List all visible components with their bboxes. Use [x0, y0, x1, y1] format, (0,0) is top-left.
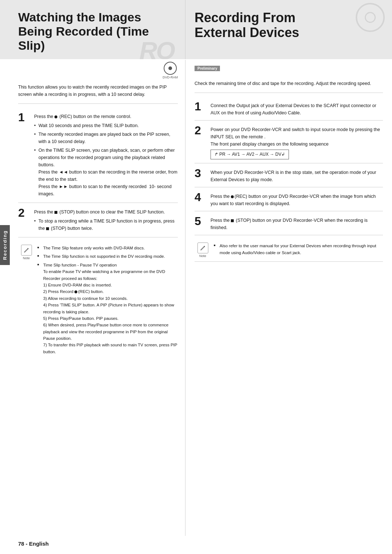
page-footer: 78 - English [18, 541, 49, 547]
left-note-section: Note The Time Slip feature only works wi… [18, 241, 178, 360]
left-step-2: 2 Press the (STOP) button once to clear … [18, 205, 178, 237]
dvd-ram-label: DVD-RAM [163, 76, 178, 79]
dvd-circle [164, 62, 177, 75]
left-watermark: RO [139, 36, 174, 59]
note-label-right: Note [199, 254, 206, 258]
right-notes-list: Also refer to the user manual for your E… [214, 243, 383, 256]
stop-icon-right [231, 219, 234, 222]
pencil-svg-right [200, 245, 206, 251]
main-content: DVD-RAM This function allows you to watc… [0, 60, 392, 536]
preliminary-badge-wrap: Preliminary [195, 65, 383, 76]
right-step-number-1: 1 [195, 101, 206, 112]
right-step-2-text: Power on your DVD Recorder-VCR and switc… [211, 127, 380, 147]
left-title-line2: Being Recorded (Time Slip) [18, 24, 149, 52]
left-intro: This function allows you to watch the re… [18, 83, 178, 98]
right-header: Recording From External Devices [185, 0, 392, 59]
right-step-4-text: Press the (REC) button on your DVD Recor… [211, 194, 376, 206]
right-title-line1: Recording From [195, 10, 295, 25]
sequence-box: ↱ PR → AV1 → AV2→ AUX → DV↲ [211, 150, 289, 159]
right-step-5-text: Press the (STOP) button on your DVD Reco… [211, 218, 368, 230]
left-notes-list: The Time Slip feature only works with DV… [37, 245, 178, 355]
right-step-5-content: Press the (STOP) button on your DVD Reco… [211, 217, 383, 231]
pencil-icon-right [197, 243, 208, 253]
left-note-2: The Time Slip function is not supported … [37, 253, 178, 260]
rec-bullet [54, 115, 57, 118]
step-1-content: Press the (REC) button on the remote con… [34, 113, 178, 199]
left-column: DVD-RAM This function allows you to watc… [0, 60, 185, 536]
dvd-ram-icon: DVD-RAM [163, 62, 178, 79]
right-intro: Check the remaining time of disc and tap… [195, 80, 383, 87]
rec-bullet-2 [74, 290, 77, 293]
step-1-text: Press the (REC) button on the remote con… [34, 114, 131, 119]
right-step-5: 5 Press the (STOP) button on your DVD Re… [195, 213, 383, 235]
note-icon-left: Note [18, 245, 34, 260]
right-column: Preliminary Check the remaining time of … [185, 60, 392, 536]
right-step-2: 2 Power on your DVD Recorder-VCR and swi… [195, 122, 383, 163]
headers-row: Watching the Images Being Recorded (Time… [0, 0, 392, 59]
right-step-2-content: Power on your DVD Recorder-VCR and switc… [211, 126, 383, 159]
left-title-line1: Watching the Images [18, 10, 141, 24]
divider-right-intro [195, 93, 383, 93]
step-2-bullet-1: To stop a recording while a TIME SLIP fu… [34, 217, 178, 232]
page-container: Recording Watching the Images Being Reco… [0, 0, 392, 554]
preliminary-badge: Preliminary [195, 66, 220, 71]
step-1-bullets: Wait 10 seconds and press the TIME SLIP … [34, 122, 178, 197]
right-step-1: 1 Connect the Output jack of your Extern… [195, 98, 383, 121]
pencil-svg [24, 247, 29, 253]
divider-left-intro [18, 103, 178, 104]
step-2-text: Press the (STOP) button once to clear th… [34, 209, 165, 215]
right-step-4: 4 Press the (REC) button on your DVD Rec… [195, 189, 383, 211]
note-content-right: Also refer to the user manual for your E… [214, 243, 383, 258]
right-step-3-content: When your DVD Recorder-VCR is in the sto… [211, 169, 383, 183]
step-2-content: Press the (STOP) button once to clear th… [34, 208, 178, 233]
right-note-1: Also refer to the user manual for your E… [214, 243, 383, 256]
right-step-4-content: Press the (REC) button on your DVD Recor… [211, 193, 383, 207]
step-1-bullet-3: On the TIME SLIP screen, you can playbac… [34, 147, 178, 197]
right-step-number-2: 2 [195, 125, 206, 136]
right-step-3: 3 When your DVD Recorder-VCR is in the s… [195, 165, 383, 187]
footer-text: 78 - English [18, 541, 49, 547]
right-step-number-4: 4 [195, 191, 206, 203]
left-step-1: 1 Press the (REC) button on the remote c… [18, 109, 178, 203]
step-number-2: 2 [18, 207, 30, 219]
right-step-number-3: 3 [195, 167, 206, 179]
sequence-text: ↱ PR → AV1 → AV2→ AUX → DV↲ [215, 152, 285, 157]
step-1-bullet-2: The recently recorded images are played … [34, 131, 178, 145]
right-step-number-5: 5 [195, 215, 206, 227]
right-step-3-text: When your DVD Recorder-VCR is in the sto… [211, 170, 376, 182]
note-label-left: Note [23, 256, 30, 260]
right-title-line2: External Devices [195, 25, 299, 40]
step-1-bullet-1: Wait 10 seconds and press the TIME SLIP … [34, 122, 178, 129]
step-number-1: 1 [18, 111, 30, 123]
left-header: Watching the Images Being Recorded (Time… [0, 0, 185, 59]
stop-square-icon-2 [46, 227, 49, 230]
step-2-bullets: To stop a recording while a TIME SLIP fu… [34, 217, 178, 232]
left-note-1: The Time Slip feature only works with DV… [37, 245, 178, 251]
right-watermark-circle [356, 3, 385, 32]
pencil-icon [21, 245, 32, 256]
stop-square-icon [54, 211, 57, 214]
right-step-1-content: Connect the Output jack of your External… [211, 102, 383, 117]
left-note-3: Time Slip function - Pause TV operation … [37, 262, 178, 355]
right-step-1-text: Connect the Output jack of your External… [211, 103, 376, 115]
right-note-section: Note Also refer to the user manual for y… [195, 239, 383, 262]
note-content-left: The Time Slip feature only works with DV… [37, 245, 178, 357]
rec-bullet-right [231, 195, 234, 198]
note-icon-right: Note [195, 243, 211, 258]
